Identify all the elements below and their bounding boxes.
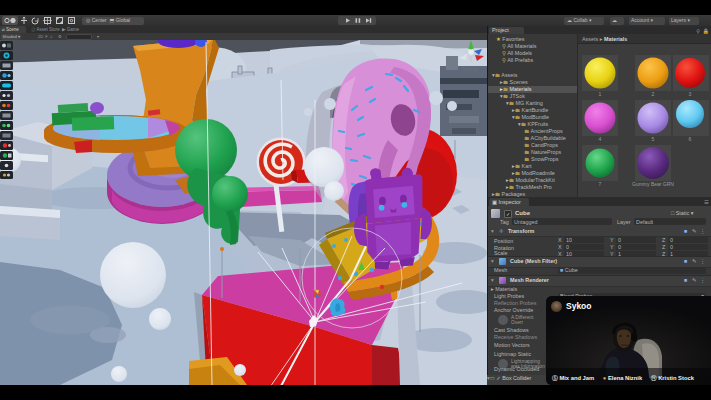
svg-text:4: 4 xyxy=(599,136,602,142)
svg-text:3: 3 xyxy=(689,91,692,97)
svg-text:1: 1 xyxy=(599,91,602,97)
svg-text:7: 7 xyxy=(599,181,602,187)
svg-text:5: 5 xyxy=(652,136,655,142)
svg-text:Gummy Bear GRN: Gummy Bear GRN xyxy=(632,181,674,187)
svg-text:Persp: Persp xyxy=(463,66,479,72)
svg-text:2: 2 xyxy=(652,91,655,97)
svg-text:6: 6 xyxy=(689,136,692,142)
